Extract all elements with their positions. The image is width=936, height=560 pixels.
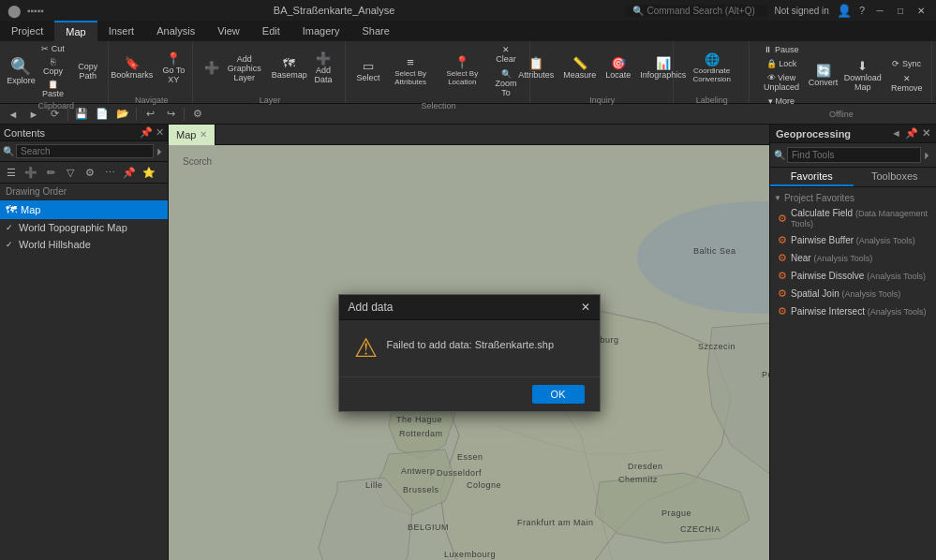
contents-header: Contents 📌 ✕: [0, 125, 168, 141]
copy-path-button[interactable]: Copy Path: [69, 60, 106, 82]
geo-item-calculate-field[interactable]: ⚙ Calculate Field (Data Management Tools…: [774, 205, 932, 231]
toolbar-open[interactable]: 📂: [113, 106, 132, 123]
toolbar-undo[interactable]: ↩: [141, 106, 159, 123]
add-btn[interactable]: ➕: [22, 164, 40, 181]
list-view-btn[interactable]: ☰: [2, 164, 21, 181]
tab-insert[interactable]: Insert: [97, 21, 146, 41]
options-btn[interactable]: ⚙: [81, 164, 99, 181]
section-arrow: ▼: [774, 194, 781, 202]
toolbar-refresh[interactable]: ⟳: [45, 106, 64, 123]
explore-button[interactable]: 🔍 Explore: [6, 46, 36, 96]
layer-name-topo: World Topographic Map: [19, 222, 127, 233]
geoprocessing-panel: Geoprocessing ◄ 📌 ✕ 🔍 ⏵ Favorites Toolbo…: [769, 125, 936, 560]
contents-pin[interactable]: 📌: [140, 126, 153, 139]
contents-search-bar: 🔍 ⏵: [0, 141, 168, 162]
command-search[interactable]: [647, 6, 760, 16]
geo-item-label6: Pairwise Intersect (Analysis Tools): [791, 306, 927, 317]
edit-btn[interactable]: ✏: [41, 164, 60, 181]
ribbon-group-clipboard: 🔍 Explore ✂ Cut ⎘ Copy 📋 Paste Copy Path…: [4, 41, 109, 103]
geo-title: Geoprocessing: [776, 128, 851, 140]
modal-message: Failed to add data: Straßenkarte.shp: [387, 335, 555, 350]
tab-imagery[interactable]: Imagery: [291, 21, 351, 41]
more-button[interactable]: ▾ More: [756, 95, 806, 108]
contents-close[interactable]: ✕: [156, 126, 164, 139]
bookmarks-button[interactable]: 🔖 Bookmarks: [111, 43, 153, 94]
tab-edit[interactable]: Edit: [251, 21, 291, 41]
modal-ok-button[interactable]: OK: [532, 385, 585, 404]
map-tab-map[interactable]: Map ✕: [169, 125, 215, 145]
layer-item-hillshade[interactable]: ✓ World Hillshade: [0, 236, 168, 253]
add-data-button[interactable]: ➕ Add Data: [307, 43, 339, 94]
geo-item-spatial-join[interactable]: ⚙ Spatial Join (Analysis Tools): [774, 285, 932, 302]
geo-item-pairwise-intersect[interactable]: ⚙ Pairwise Intersect (Analysis Tools): [774, 302, 932, 320]
toolbar-settings[interactable]: ⚙: [188, 106, 207, 123]
help-icon[interactable]: ?: [859, 5, 865, 16]
ribbon-group-selection: ▭ Select ≡ Select By Attributes 📍 Select…: [348, 41, 530, 103]
spatial-join-icon: ⚙: [778, 287, 787, 300]
geo-tab-favorites[interactable]: Favorites: [770, 168, 854, 186]
ribbon-tab-bar: Project Map Insert Analysis View Edit Im…: [0, 21, 936, 41]
view-unplaced-button[interactable]: 👁 View Unplaced: [756, 71, 806, 94]
geo-pin-icon[interactable]: 📌: [905, 127, 918, 140]
more-ct-btn[interactable]: ⋯: [100, 164, 119, 181]
tab-view[interactable]: View: [206, 21, 251, 41]
close-button[interactable]: ✕: [914, 3, 929, 18]
minimize-button[interactable]: ─: [872, 3, 887, 18]
title-bar: ⬤ ▪▪▪▪▪ BA_Straßenkarte_Analyse 🔍 Not si…: [0, 0, 936, 21]
star-btn[interactable]: ⭐: [140, 164, 158, 181]
geo-tab-toolboxes[interactable]: Toolboxes: [854, 168, 937, 186]
geo-close-icon[interactable]: ✕: [922, 127, 930, 140]
toolbar-save[interactable]: 💾: [72, 106, 91, 123]
layer-item-topographic[interactable]: ✓ World Topographic Map: [0, 219, 168, 236]
paste-button[interactable]: 📋 Paste: [37, 79, 67, 99]
remove-button[interactable]: ✕ Remove: [887, 72, 927, 95]
toolbar-back[interactable]: ◄: [4, 106, 22, 123]
select-by-location-button[interactable]: 📍 Select By Location: [438, 46, 486, 96]
pause-button[interactable]: ⏸ Pause: [756, 43, 806, 56]
add-graphics-button[interactable]: ➕Add Graphics Layer: [201, 43, 272, 94]
sync-button[interactable]: ⟳ Sync: [887, 57, 927, 70]
contents-title: Contents: [4, 127, 45, 139]
geo-search-bar: 🔍 ⏵: [770, 143, 936, 168]
search-go-icon[interactable]: ⏵: [156, 146, 165, 156]
geo-item-pairwise-dissolve[interactable]: ⚙ Pairwise Dissolve (Analysis Tools): [774, 267, 932, 285]
goto-xy-button[interactable]: 📍 Go To XY: [155, 43, 192, 94]
geo-search-go[interactable]: ⏵: [923, 150, 932, 160]
tab-analysis[interactable]: Analysis: [145, 21, 206, 41]
attributes-button[interactable]: 📋 Attributes: [514, 43, 557, 94]
map-content[interactable]: NETHERLANDS BELGIUM Baltic Sea Hamburg B…: [169, 145, 769, 560]
pin-btn[interactable]: 📌: [120, 164, 139, 181]
contents-search-input[interactable]: [16, 144, 154, 158]
window-controls: ─ □ ✕: [872, 3, 929, 18]
select-by-attr-button[interactable]: ≡ Select By Attributes: [385, 46, 436, 96]
geo-back-icon[interactable]: ◄: [891, 127, 901, 140]
ribbon-group-labeling: 🌐 Coordinate Conversion Labeling: [676, 41, 750, 103]
geo-search-input[interactable]: [787, 147, 921, 163]
select-button[interactable]: ▭ Select: [353, 46, 383, 96]
ribbon: Project Map Insert Analysis View Edit Im…: [0, 21, 936, 104]
tab-share[interactable]: Share: [351, 21, 401, 41]
convert-button[interactable]: 🔄 Convert: [809, 51, 839, 101]
pairwise-dis-icon: ⚙: [778, 270, 787, 282]
map-tab-close[interactable]: ✕: [200, 129, 207, 140]
lock-button[interactable]: 🔒 Lock: [756, 57, 806, 70]
filter-btn[interactable]: ▽: [61, 164, 80, 181]
modal-close-button[interactable]: ✕: [581, 301, 590, 314]
download-map-button[interactable]: ⬇ Download Map: [840, 51, 885, 101]
cut-button[interactable]: ✂ Cut: [37, 43, 67, 54]
locate-button[interactable]: 🎯 Locate: [602, 43, 634, 94]
maximize-button[interactable]: □: [893, 3, 908, 18]
layer-item-map[interactable]: 🗺 Map: [0, 200, 168, 219]
geo-item-pairwise-buffer[interactable]: ⚙ Pairwise Buffer (Analysis Tools): [774, 231, 932, 249]
measure-button[interactable]: 📏 Measure: [559, 43, 600, 94]
tab-project[interactable]: Project: [0, 21, 54, 41]
toolbar-redo[interactable]: ↪: [161, 106, 180, 123]
toolbar-forward[interactable]: ►: [24, 106, 43, 123]
toolbar-new[interactable]: 📄: [93, 106, 111, 123]
tab-map[interactable]: Map: [54, 21, 97, 41]
geo-item-near[interactable]: ⚙ Near (Analysis Tools): [774, 249, 932, 267]
coord-conversion-button[interactable]: 🌐 Coordinate Conversion: [681, 43, 743, 94]
copy-button[interactable]: ⎘ Copy: [37, 56, 67, 77]
ribbon-group-offline: ⏸ Pause 🔒 Lock 👁 View Unplaced ▾ More 🔄 …: [751, 41, 932, 103]
basemap-button[interactable]: 🗺 Basemap: [274, 43, 305, 94]
